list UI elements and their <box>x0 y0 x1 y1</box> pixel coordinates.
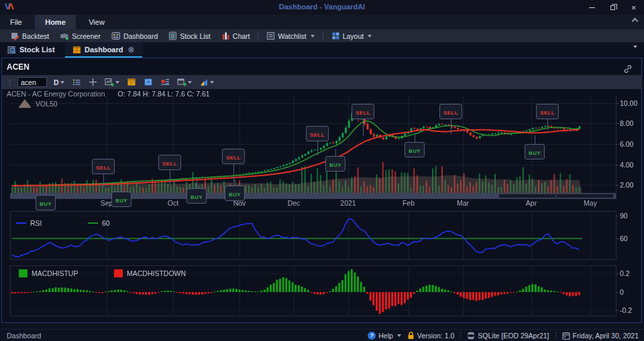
backtest-button[interactable]: Backtest <box>5 29 54 42</box>
menu-home[interactable]: Home <box>35 15 76 29</box>
chart-button[interactable]: Chart <box>216 29 256 42</box>
buy-marker: BUY <box>525 144 545 159</box>
menu-view[interactable]: View <box>78 15 115 29</box>
backtest-icon <box>11 31 19 40</box>
macd-up-legend: MACDHISTUP <box>19 269 78 277</box>
indicator-button[interactable] <box>105 78 119 86</box>
macd-down-label: MACDHISTDOWN <box>127 269 186 277</box>
ohlc-values: O: 7.84 H: 7.84 L: 7.6 C: 7.61 <box>117 90 209 98</box>
layout-button[interactable]: Layout <box>326 29 378 42</box>
sell-marker: SELL <box>306 126 329 141</box>
close-button[interactable]: × <box>623 0 644 15</box>
document-tabbar: Stock List Dashboard ⊗ <box>0 42 644 58</box>
rsi-axis-label: 90 <box>620 212 644 220</box>
database-icon <box>467 332 475 340</box>
watchlist-button[interactable]: Watchlist <box>261 29 319 42</box>
list-settings-button[interactable] <box>72 78 81 86</box>
dashboard-icon <box>111 31 121 40</box>
x-axis-label: Apr <box>526 199 537 207</box>
screener-icon <box>60 31 69 40</box>
tab-list-button[interactable] <box>632 48 637 60</box>
macd-up-swatch-icon <box>19 269 28 277</box>
chevron-down-icon <box>210 81 214 84</box>
dashboard-button[interactable]: Dashboard <box>106 29 163 42</box>
rsi-label: RSI <box>30 219 42 227</box>
restore-button[interactable] <box>602 0 623 15</box>
macd-axis-label: 0.2 <box>620 269 644 277</box>
macd-axis-label: -0.2 <box>620 306 644 314</box>
sell-marker: SELL <box>158 155 181 170</box>
sell-marker: SELL <box>536 104 559 119</box>
stocklist-icon <box>168 31 177 40</box>
sell-marker: SELL <box>352 104 374 119</box>
window-title: Dashboard - VanguardAI <box>0 3 644 11</box>
statusbar-separator <box>460 332 461 339</box>
report-button[interactable] <box>160 78 170 86</box>
chart-icon <box>221 31 230 40</box>
buy-marker: BUY <box>186 188 207 204</box>
app-window: VΛ Dashboard - VanguardAI × File Home Vi… <box>0 0 644 341</box>
macd-up-label: MACDHISTUP <box>32 269 78 277</box>
vol50-label: VOL50 <box>36 100 58 108</box>
macd-down-legend: MACDHISTDOWN <box>114 269 186 277</box>
vol50-icon <box>18 99 32 108</box>
sell-marker: SELL <box>222 149 245 164</box>
statusbar-context: Dashboard <box>7 332 41 340</box>
x-axis-label: Mar <box>457 199 469 207</box>
buy-marker: BUY <box>36 195 56 210</box>
style-icon <box>199 78 209 86</box>
x-axis-label: May <box>584 199 597 207</box>
statusbar: Dashboard ? Help Version: 1.0 SQLite [EO… <box>0 329 644 341</box>
minimize-icon <box>589 7 595 8</box>
link-icon <box>624 65 632 73</box>
calendar-icon <box>562 332 570 340</box>
titlebar: VΛ Dashboard - VanguardAI × <box>0 0 644 15</box>
layout-icon <box>331 31 340 40</box>
ribbon-separator <box>258 32 258 40</box>
chevron-down-icon <box>311 35 315 38</box>
chevron-down-icon <box>368 35 372 38</box>
dashboard-tab-icon <box>72 46 81 54</box>
stocklist-tab-icon <box>7 46 16 54</box>
price-axis-label: 2.00 <box>620 181 644 189</box>
level-line-icon <box>88 222 98 224</box>
link-button[interactable] <box>624 64 632 76</box>
date-info: Friday, April 30, 2021 <box>562 332 639 340</box>
symbol-search-input[interactable] <box>17 77 47 87</box>
x-axis-label: Dec <box>288 199 301 207</box>
notes-button[interactable] <box>127 78 136 86</box>
menu-file[interactable]: File <box>0 15 32 29</box>
database-info[interactable]: SQLite [EOD 29Apr21] <box>467 332 549 340</box>
buy-marker: BUY <box>325 156 345 172</box>
macd-axis-label: 0 <box>620 288 644 296</box>
panel-button[interactable] <box>144 78 153 86</box>
help-menu[interactable]: ? Help <box>368 332 401 340</box>
window-add-button[interactable] <box>177 78 192 86</box>
price-axis-label: 10.00 <box>620 99 644 107</box>
tab-dashboard[interactable]: Dashboard ⊗ <box>65 42 142 57</box>
interval-dropdown[interactable]: D <box>54 78 64 86</box>
buy-marker: BUY <box>405 142 425 157</box>
crosshair-button[interactable] <box>89 78 97 86</box>
lock-icon <box>407 332 415 340</box>
stocklist-button[interactable]: Stock List <box>163 29 216 42</box>
price-axis-label: 8.00 <box>620 119 644 127</box>
chevron-down-icon <box>115 81 119 84</box>
chevron-down-icon <box>188 81 192 84</box>
collapse-ribbon-button[interactable] <box>633 19 637 23</box>
buy-marker: BUY <box>111 192 131 207</box>
ribbon-toolbar: Backtest Screener Dashboard Stock List C… <box>0 29 644 42</box>
notes-icon <box>127 78 136 86</box>
grip-icon[interactable]: ⋮ <box>6 79 13 86</box>
minimize-button[interactable] <box>582 0 602 15</box>
screener-button[interactable]: Screener <box>54 29 106 42</box>
price-axis-label: 6.00 <box>620 140 644 148</box>
x-axis-label: Feb <box>402 199 415 207</box>
version-info: Version: 1.0 <box>407 332 454 340</box>
vol50-legend: VOL50 <box>18 99 58 108</box>
tab-stock-list[interactable]: Stock List <box>0 42 62 57</box>
panel-icon <box>144 78 153 86</box>
close-tab-icon[interactable]: ⊗ <box>128 45 135 54</box>
style-button[interactable] <box>199 78 214 86</box>
symbol-info-line: ACEN - AC Energy Corporation O: 7.84 H: … <box>7 90 210 98</box>
